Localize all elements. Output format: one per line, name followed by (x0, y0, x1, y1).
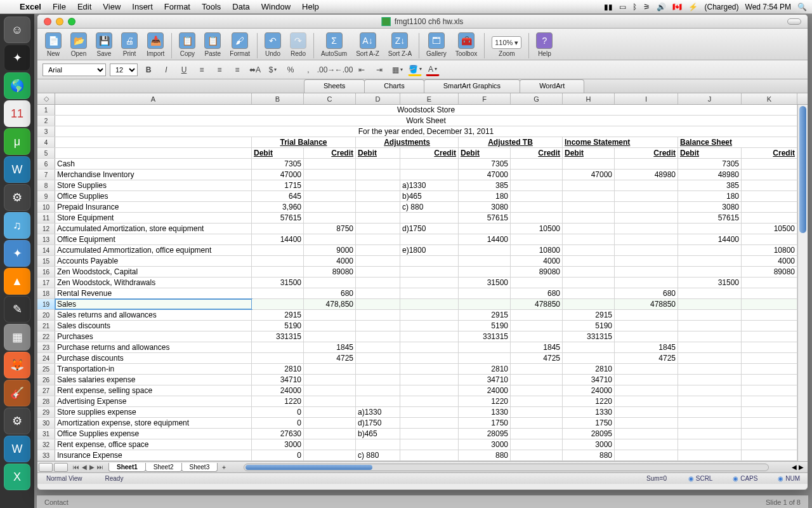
cell[interactable]: 680 (615, 288, 678, 298)
cell[interactable]: 89080 (304, 267, 356, 277)
bold-button[interactable]: B (141, 64, 155, 76)
cell[interactable]: 10800 (742, 245, 797, 255)
cell[interactable]: Sales returns and allowances (55, 310, 252, 320)
row-header[interactable]: 21 (37, 321, 55, 331)
cell[interactable] (400, 407, 459, 417)
cell[interactable] (252, 224, 304, 234)
column-header-I[interactable]: I (615, 93, 678, 104)
paste-button[interactable]: 📋Paste (200, 31, 225, 58)
cell[interactable] (563, 342, 615, 352)
cell[interactable] (742, 364, 797, 374)
row-16[interactable]: 16Zen Woodstock, Capital890808908089080 (37, 267, 808, 277)
cell[interactable]: Store Equipment (55, 213, 252, 223)
sheet-tab-sheet2[interactable]: Sheet2 (145, 463, 182, 472)
cell[interactable] (304, 396, 356, 406)
cell[interactable] (615, 450, 678, 460)
cell[interactable]: Sales salaries expense (55, 375, 252, 385)
cell[interactable]: 3,960 (252, 202, 304, 212)
cell[interactable] (356, 342, 400, 352)
cell[interactable] (511, 364, 563, 374)
row-header[interactable]: 24 (37, 353, 55, 363)
spreadsheet-grid[interactable]: 1Woodstock Store2Work Sheet3For the year… (37, 105, 808, 461)
cell[interactable] (742, 213, 797, 223)
cell[interactable] (742, 234, 797, 244)
cell[interactable] (356, 256, 400, 266)
dock-safari-icon[interactable]: ✦ (4, 240, 30, 267)
cell[interactable] (304, 429, 356, 439)
cell[interactable]: 14400 (459, 234, 511, 244)
autosum-button[interactable]: ΣAutoSum (317, 31, 351, 58)
cell[interactable]: 28095 (563, 429, 615, 439)
close-icon[interactable] (44, 18, 51, 25)
cell[interactable] (400, 342, 459, 352)
cell[interactable]: b)465 (356, 429, 400, 439)
dock-vlc-icon[interactable]: ▲ (4, 268, 30, 295)
cell[interactable]: 2810 (252, 364, 304, 374)
cell[interactable] (459, 256, 511, 266)
cell[interactable] (678, 267, 742, 277)
cell[interactable] (304, 310, 356, 320)
cell[interactable] (511, 159, 563, 169)
column-header-J[interactable]: J (678, 93, 742, 104)
row-header[interactable]: 16 (37, 267, 55, 277)
cell[interactable] (400, 385, 459, 396)
cell[interactable] (356, 245, 400, 255)
cell[interactable] (400, 321, 459, 331)
clock[interactable]: Wed 7:54 PM (745, 3, 791, 11)
cell[interactable] (400, 170, 459, 180)
row-header[interactable]: 3 (37, 126, 55, 137)
cell[interactable]: 5190 (252, 321, 304, 331)
column-header-G[interactable]: G (511, 93, 563, 104)
cell[interactable] (304, 180, 356, 190)
cell[interactable]: Advertising Expense (55, 396, 252, 406)
cell[interactable]: Credit (615, 148, 678, 158)
cell[interactable] (400, 213, 459, 223)
fill-color-button[interactable]: 🪣 (408, 64, 422, 76)
cell[interactable] (678, 342, 742, 352)
cell[interactable] (400, 450, 459, 460)
cell[interactable]: Rent expense, office space (55, 439, 252, 450)
zoom-select[interactable]: 110% ▾ (492, 36, 521, 49)
gallery-button[interactable]: 🗔Gallery (422, 31, 450, 58)
align-left-button[interactable]: ≡ (195, 64, 209, 76)
cell[interactable]: 331315 (252, 331, 304, 342)
row-20[interactable]: 20Sales returns and allowances2915291529… (37, 310, 808, 321)
cell[interactable]: Credit (742, 148, 797, 158)
cell[interactable] (678, 288, 742, 298)
copy-button[interactable]: 📋Copy (175, 31, 199, 58)
cell[interactable] (563, 299, 615, 309)
cell[interactable] (511, 418, 563, 428)
cell[interactable] (511, 202, 563, 212)
row-header[interactable]: 32 (37, 439, 55, 450)
cell[interactable]: Adjustments (356, 137, 459, 147)
row-header[interactable]: 23 (37, 342, 55, 352)
cell[interactable] (252, 342, 304, 352)
dock-earth-icon[interactable]: 🌎 (4, 72, 30, 99)
underline-button[interactable]: U (177, 64, 191, 76)
cell[interactable]: 31500 (678, 277, 742, 288)
menu-format[interactable]: Format (159, 2, 196, 11)
cell[interactable] (742, 159, 797, 169)
cell[interactable]: Office Supplies (55, 191, 252, 201)
merge-button[interactable]: ⬌A (248, 64, 262, 76)
cell[interactable] (563, 245, 615, 255)
row-3[interactable]: 3For the year ended, December 31, 2011 (37, 126, 808, 137)
row-8[interactable]: 8Store Supplies1715a)1330385385 (37, 180, 808, 191)
cell[interactable] (511, 407, 563, 417)
cell[interactable] (615, 385, 678, 396)
cell[interactable] (252, 256, 304, 266)
new-button[interactable]: 📄New (41, 31, 65, 58)
cell[interactable] (615, 364, 678, 374)
row-30[interactable]: 30Amortization expense, store equipment0… (37, 418, 808, 429)
toolbar-pill-icon[interactable] (787, 18, 801, 25)
cell[interactable]: 34710 (459, 375, 511, 385)
row-header[interactable]: 13 (37, 234, 55, 244)
import-button[interactable]: 📥Import (143, 31, 168, 58)
cell[interactable]: 0 (252, 407, 304, 417)
normal-view-button[interactable] (39, 463, 53, 472)
row-header[interactable]: 18 (37, 288, 55, 298)
cell[interactable] (563, 159, 615, 169)
cell[interactable] (742, 191, 797, 201)
cell[interactable]: 2810 (459, 364, 511, 374)
cell[interactable] (400, 364, 459, 374)
